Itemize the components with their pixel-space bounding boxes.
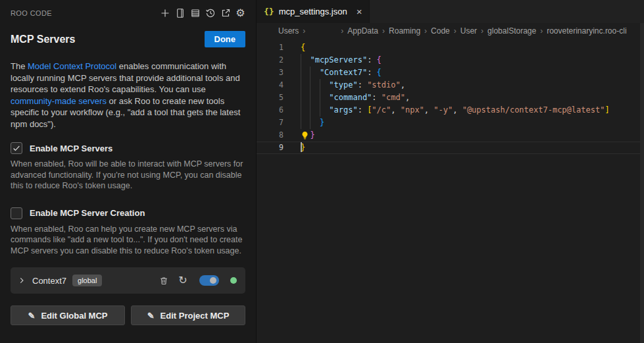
enable-mcp-servers-row[interactable]: Enable MCP Servers (11, 142, 245, 154)
line-content: "type": "stdio", (301, 79, 644, 92)
indent-guide (320, 79, 329, 92)
edit-global-mcp-label: Edit Global MCP (41, 311, 107, 321)
line-number: 1 (257, 41, 284, 54)
breadcrumb-separator-icon: › (481, 26, 483, 36)
editor-scrollbar[interactable] (640, 23, 644, 343)
view-header: MCP Servers Done (0, 22, 256, 47)
breadcrumb: Users››AppData›Roaming›Code›User›globalS… (257, 23, 644, 39)
code-token: , (401, 80, 405, 90)
code-token: "Context7" (320, 68, 367, 77)
tab-bar: {} mcp_settings.json × (257, 0, 644, 23)
done-button[interactable]: Done (205, 31, 246, 47)
toggle-knob (210, 277, 216, 284)
tab-filename: mcp_settings.json (279, 7, 347, 16)
breadcrumb-item[interactable]: Code (431, 26, 450, 36)
code-token: , (424, 105, 433, 115)
panel-title: ROO CODE (11, 9, 157, 17)
indent-guide (301, 79, 310, 92)
community-made-servers-link[interactable]: community-made servers (11, 96, 107, 106)
breadcrumb-separator-icon: › (454, 26, 457, 36)
code-line[interactable]: 4"type": "stdio", (257, 79, 644, 92)
breadcrumb-item[interactable]: AppData (347, 26, 378, 36)
editor-group: {} mcp_settings.json × Users››AppData›Ro… (257, 0, 644, 343)
json-file-icon: {} (264, 7, 274, 16)
code-line[interactable]: 6"args": ["/c", "npx", "-y", "@upstash/c… (257, 104, 644, 117)
line-content: } (301, 117, 644, 129)
edit-project-mcp-label: Edit Project MCP (161, 311, 230, 321)
indent-guide (301, 104, 310, 117)
page-title: MCP Servers (11, 34, 75, 45)
line-content: "Context7": { (301, 66, 644, 79)
expand-chevron-icon[interactable] (17, 276, 26, 285)
breadcrumb-item[interactable]: User (460, 26, 477, 36)
code-token: { (377, 55, 382, 65)
enable-mcp-creation-description: When enabled, Roo can help you create ne… (11, 224, 245, 257)
tab-mcp-settings-json[interactable]: {} mcp_settings.json × (257, 0, 370, 23)
lightbulb-icon[interactable] (301, 129, 310, 142)
line-number: 9 (257, 142, 284, 154)
code-line[interactable]: 2"mcpServers": { (257, 54, 644, 66)
pencil-icon: ✎ (28, 311, 35, 321)
enable-mcp-servers-section: Enable MCP Servers When enabled, Roo wil… (11, 142, 245, 192)
edit-mcp-buttons: ✎ Edit Global MCP ✎ Edit Project MCP (11, 305, 245, 325)
code-line[interactable]: 1{ (257, 41, 644, 54)
panel-header: ROO CODE ⚙ (0, 0, 256, 22)
indent-guide (301, 92, 310, 104)
roo-code-panel: ROO CODE ⚙ MCP Servers Done Th (0, 0, 257, 343)
line-number: 5 (257, 92, 284, 104)
breadcrumb-item[interactable]: Users (278, 26, 299, 36)
indent-guide (320, 92, 329, 104)
settings-gear-icon[interactable]: ⚙ (233, 6, 248, 20)
notebook-icon[interactable] (172, 6, 187, 20)
server-enabled-toggle[interactable] (199, 275, 219, 286)
model-context-protocol-link[interactable]: Model Context Protocol (28, 61, 116, 71)
code-editor[interactable]: 1{2"mcpServers": {3"Context7": {4"type":… (257, 39, 644, 343)
code-line[interactable]: 5"command": "cmd", (257, 92, 644, 104)
breadcrumb-separator-icon: › (382, 26, 385, 36)
line-content: "command": "cmd", (301, 92, 644, 104)
code-line[interactable]: 8} (257, 129, 644, 142)
enable-mcp-servers-checkbox[interactable] (11, 142, 22, 154)
line-content: } (301, 129, 644, 142)
breadcrumb-item[interactable]: rooveterinaryinc.roo-cli (547, 26, 626, 36)
line-number: 7 (257, 117, 284, 129)
edit-project-mcp-button[interactable]: ✎ Edit Project MCP (131, 305, 245, 325)
code-token: { (301, 43, 305, 52)
code-token: : (358, 80, 367, 90)
tab-close-icon[interactable]: × (357, 7, 362, 16)
line-number: 8 (257, 129, 284, 142)
line-number: 3 (257, 66, 284, 79)
enable-mcp-servers-description: When enabled, Roo will be able to intera… (11, 159, 245, 192)
enable-mcp-creation-label: Enable MCP Server Creation (30, 208, 145, 218)
breadcrumb-item[interactable]: globalStorage (487, 26, 536, 36)
indent-guide (310, 92, 319, 104)
enable-mcp-creation-row[interactable]: Enable MCP Server Creation (11, 207, 245, 219)
enable-mcp-servers-label: Enable MCP Servers (30, 144, 112, 153)
indent-guide (301, 117, 310, 129)
server-scope-badge: global (72, 275, 102, 286)
history-icon[interactable] (203, 6, 218, 20)
code-line[interactable]: 9} (257, 142, 644, 154)
breadcrumb-separator-icon: › (424, 26, 427, 36)
open-external-icon[interactable] (218, 6, 233, 20)
line-number: 6 (257, 104, 284, 117)
code-token: "stdio" (367, 80, 401, 90)
breadcrumb-item[interactable]: Roaming (389, 26, 420, 36)
indent-guide (320, 104, 329, 117)
breadcrumb-separator-icon: › (303, 26, 305, 36)
indent-guide (310, 66, 319, 79)
code-token: : (367, 68, 376, 77)
mcp-server-row: Context7 global ↻ (11, 267, 245, 294)
restart-server-icon[interactable]: ↻ (176, 274, 189, 287)
edit-global-mcp-button[interactable]: ✎ Edit Global MCP (11, 305, 125, 325)
pencil-icon: ✎ (147, 311, 155, 321)
line-number: 4 (257, 79, 284, 92)
code-line[interactable]: 7} (257, 117, 644, 129)
delete-server-icon[interactable] (157, 274, 170, 287)
enable-mcp-creation-checkbox[interactable] (11, 207, 22, 219)
breadcrumb-separator-icon: › (540, 26, 543, 36)
breadcrumb-separator-icon: › (341, 26, 343, 36)
code-line[interactable]: 3"Context7": { (257, 66, 644, 79)
server-icon[interactable] (187, 6, 203, 20)
add-icon[interactable] (157, 6, 172, 20)
